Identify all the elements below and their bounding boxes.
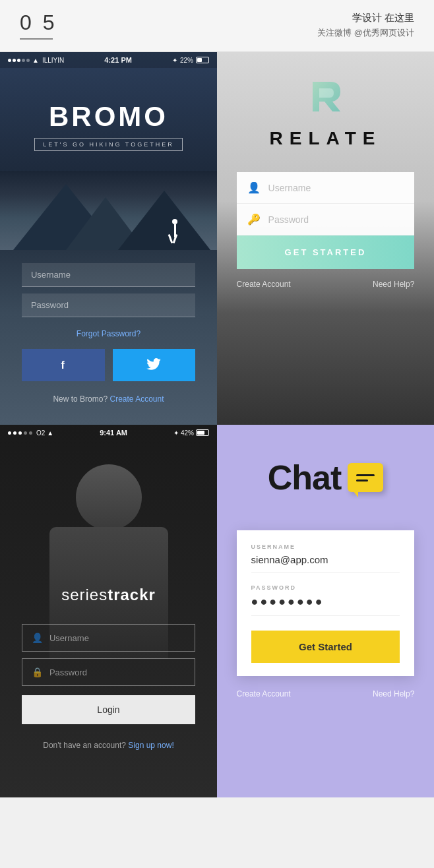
bromo-subtitle: LET'S GO HIKING TOGETHER (34, 138, 182, 151)
series-time: 9:41 AM (100, 429, 127, 437)
series-password-row: 🔒 (22, 658, 195, 686)
user-icon: 👤 (247, 181, 261, 194)
bromo-password[interactable] (22, 294, 195, 317)
wifi-icon: ▲ (32, 57, 39, 64)
carrier-name: ILLIYIN (42, 57, 64, 64)
battery-icon (196, 57, 209, 63)
series-bt-icon: ✦ (173, 429, 179, 437)
s-dot1 (8, 431, 11, 435)
series-login-button[interactable]: Login (22, 695, 195, 724)
bromo-username[interactable] (22, 263, 195, 287)
header-sub: 关注微博 @优秀网页设计 (317, 27, 414, 39)
header-right: 学设计 在这里 关注微博 @优秀网页设计 (317, 12, 414, 39)
person-head (76, 464, 142, 530)
relate-title: RELATE (270, 128, 382, 149)
dot3 (17, 59, 20, 62)
series-battery: ✦ 42% (173, 429, 209, 437)
app-bromo: ▲ ILLIYIN 4:21 PM ✦ 22% BROMO LET'S GO H… (0, 52, 217, 425)
series-name-normal: series (61, 586, 108, 604)
chat-line-2 (356, 480, 368, 481)
chat-create-account[interactable]: Create Account (237, 689, 291, 698)
chat-icon-lines (356, 474, 375, 481)
dot1 (8, 59, 11, 62)
bromo-signal: ▲ ILLIYIN (8, 57, 64, 64)
s-dot4 (24, 431, 27, 435)
relate-username-row: 👤 (237, 172, 415, 204)
chat-username-value: sienna@app.com (251, 554, 400, 573)
chat-links: Create Account Need Help? (237, 689, 415, 698)
chat-get-started-button[interactable]: Get Started (251, 631, 400, 663)
chat-card: USERNAME sienna@app.com PASSWORD ●●●●●●●… (237, 530, 415, 676)
forgot-password-link[interactable]: Forgot Password? (77, 329, 140, 338)
app-relate: RELATE 👤 🔑 GET STARTED Create Account Ne… (217, 52, 434, 425)
battery-pct: 22% (180, 57, 193, 64)
s-dot5 (29, 431, 32, 435)
series-status-bar: O2 ▲ 9:41 AM ✦ 42% (0, 425, 217, 441)
series-battery-pct: 42% (181, 429, 194, 437)
dot4 (22, 59, 25, 62)
chat-username-label: USERNAME (251, 543, 400, 550)
series-wifi-icon: ▲ (47, 429, 53, 437)
bromo-footer: New to Bromo? Create Account (53, 394, 164, 404)
bromo-status-bar: ▲ ILLIYIN 4:21 PM ✦ 22% (0, 52, 217, 68)
relate-username[interactable] (268, 183, 404, 193)
bromo-footer-text: New to Bromo? (53, 394, 108, 404)
app-grid: ▲ ILLIYIN 4:21 PM ✦ 22% BROMO LET'S GO H… (0, 52, 434, 797)
chat-logo-row: Chat (268, 458, 384, 497)
relate-create-account[interactable]: Create Account (237, 280, 291, 289)
relate-need-help[interactable]: Need Help? (373, 280, 414, 289)
series-footer: Don't have an account? Sign up now! (43, 741, 173, 750)
facebook-login-button[interactable]: f (22, 349, 105, 381)
chat-line-1 (356, 474, 375, 476)
series-username-row: 👤 (22, 624, 195, 652)
series-title: seriestrackr (61, 586, 156, 604)
hiker-figure (172, 219, 177, 243)
relate-form: 👤 🔑 (237, 172, 415, 235)
series-footer-text: Don't have an account? (43, 741, 126, 750)
key-icon: 🔑 (247, 213, 261, 226)
series-username[interactable] (49, 633, 185, 643)
series-user-icon: 👤 (32, 633, 43, 643)
app-chat: Chat USERNAME sienna@app.com PASSWORD ●●… (217, 425, 434, 797)
series-signup-link[interactable]: Sign up now! (128, 741, 173, 750)
twitter-login-button[interactable] (113, 349, 196, 381)
s-dot2 (13, 431, 16, 435)
dot5 (26, 59, 30, 62)
get-started-button[interactable]: GET STARTED (237, 235, 415, 269)
bromo-battery: ✦ 22% (172, 57, 209, 64)
header: 0 5 学设计 在这里 关注微博 @优秀网页设计 (0, 0, 434, 52)
s-dot3 (18, 431, 22, 435)
mountain-3 (118, 191, 210, 250)
bromo-title: BROMO (49, 101, 168, 133)
chat-title: Chat (268, 458, 342, 497)
series-name-bold: trackr (108, 586, 156, 604)
create-account-link[interactable]: Create Account (109, 394, 164, 404)
relate-password[interactable] (268, 214, 404, 225)
relate-links: Create Account Need Help? (237, 280, 415, 289)
relate-logo (307, 78, 344, 115)
chat-password-label: PASSWORD (251, 584, 400, 591)
bromo-landscape (0, 171, 217, 250)
series-carrier: O2 (36, 429, 45, 437)
chat-icon-badge (348, 463, 383, 492)
header-divider (20, 38, 53, 40)
series-battery-icon (196, 429, 209, 436)
series-lock-icon: 🔒 (32, 667, 43, 677)
social-buttons: f (22, 349, 195, 381)
header-slogan: 学设计 在这里 (317, 12, 414, 24)
page-number: 0 5 (20, 12, 57, 33)
series-signal: O2 ▲ (8, 429, 53, 437)
app-series: O2 ▲ 9:41 AM ✦ 42% seriestrackr 👤 (0, 425, 217, 797)
dot2 (13, 59, 16, 62)
chat-need-help[interactable]: Need Help? (373, 689, 414, 698)
bluetooth-icon: ✦ (172, 57, 177, 64)
chat-password-dots: ●●●●●●●● (251, 595, 400, 616)
series-password[interactable] (49, 667, 185, 677)
relate-password-row: 🔑 (237, 204, 415, 235)
bromo-time: 4:21 PM (104, 56, 132, 64)
header-left: 0 5 (20, 12, 57, 42)
